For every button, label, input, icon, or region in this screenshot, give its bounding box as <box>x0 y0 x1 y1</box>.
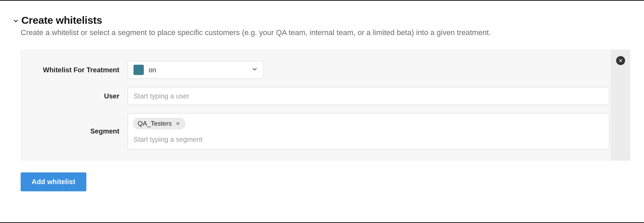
chevron-down-icon <box>13 18 19 24</box>
segment-row: Segment QA_Testers <box>21 113 609 149</box>
treatment-select[interactable]: on <box>128 61 264 79</box>
user-label: User <box>21 92 128 100</box>
treatment-value: on <box>149 66 251 74</box>
section-title: Create whitelists <box>21 14 102 26</box>
remove-strip <box>611 50 630 160</box>
user-input[interactable] <box>128 87 609 105</box>
segment-input-container[interactable]: QA_Testers <box>128 113 609 149</box>
chevron-down-icon <box>251 66 258 74</box>
section-header: Create whitelists <box>7 14 630 26</box>
remove-whitelist-button[interactable] <box>616 56 625 65</box>
segment-tag-label: QA_Testers <box>138 120 172 127</box>
close-icon <box>176 121 180 126</box>
remove-tag-button[interactable] <box>175 121 181 126</box>
segment-input[interactable] <box>133 134 604 145</box>
treatment-label: Whitelist For Treatment <box>21 66 128 74</box>
add-whitelist-button[interactable]: Add whitelist <box>21 172 86 191</box>
segment-tags: QA_Testers <box>133 118 604 129</box>
section-description: Create a whitelist or select a segment t… <box>7 28 630 37</box>
treatment-swatch <box>133 65 144 75</box>
create-whitelists-section: Create whitelists Create a whitelist or … <box>0 1 644 203</box>
collapse-toggle[interactable] <box>12 18 19 24</box>
close-icon <box>618 58 623 63</box>
whitelist-card: Whitelist For Treatment on User Segment <box>21 50 630 161</box>
user-row: User <box>21 87 609 105</box>
segment-tag: QA_Testers <box>133 118 185 129</box>
segment-label: Segment <box>21 127 128 135</box>
treatment-row: Whitelist For Treatment on <box>21 61 609 79</box>
